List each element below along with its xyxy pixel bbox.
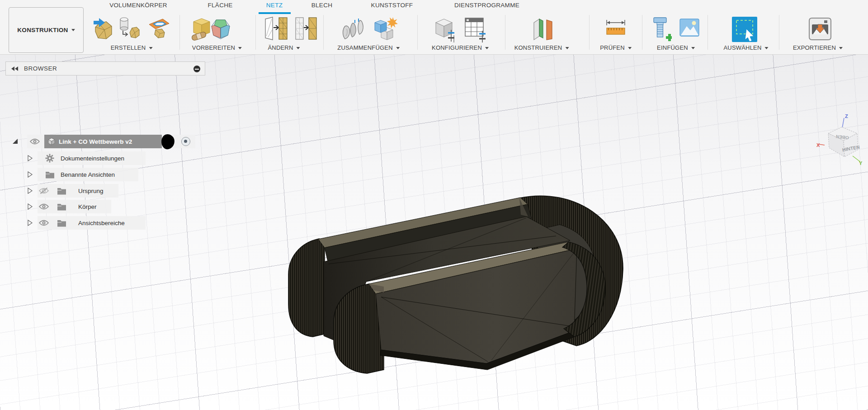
reduce-icon[interactable] xyxy=(295,16,317,41)
group-erstellen[interactable]: ERSTELLEN xyxy=(111,44,153,51)
window-select-icon[interactable] xyxy=(731,16,758,42)
minimize-panel-icon[interactable] xyxy=(193,66,200,72)
visibility-eye-icon[interactable] xyxy=(39,220,49,226)
repair-icon[interactable] xyxy=(190,16,211,42)
folder-icon xyxy=(45,171,55,179)
viewcube-axis-x: X xyxy=(816,142,820,148)
3d-print-icon[interactable] xyxy=(807,16,833,42)
configuration-table-icon[interactable] xyxy=(463,16,488,42)
browser-panel-title: BROWSER xyxy=(24,65,57,72)
viewcube-axis-z: Z xyxy=(845,113,848,119)
tree-row-bodies[interactable]: Körper xyxy=(0,200,127,213)
construction-plane-icon[interactable] xyxy=(531,16,557,42)
measure-icon[interactable] xyxy=(605,16,627,42)
insert-image-icon[interactable] xyxy=(679,16,700,39)
tab-netz[interactable]: NETZ xyxy=(266,2,283,9)
dropdown-caret-icon xyxy=(149,47,152,49)
insert-fastener-icon[interactable] xyxy=(651,16,672,42)
group-pruefen[interactable]: PRÜFEN xyxy=(600,44,632,51)
tab-dienstprogramme[interactable]: DIENSTPROGRAMME xyxy=(454,2,519,9)
tree-row-label: Ansichtsbereiche xyxy=(78,220,125,226)
dropdown-caret-icon xyxy=(396,47,400,49)
group-konfigurieren[interactable]: KONFIGURIEREN xyxy=(432,44,489,51)
viewcube[interactable]: Z X Y OBEN HINTEN xyxy=(816,112,863,165)
dropdown-caret-icon xyxy=(839,47,843,49)
root-component-name: Link + CO Wettbewerb v2 xyxy=(59,138,132,145)
workspace-switcher-label: KONSTRUKTION xyxy=(17,27,68,33)
tree-expand-closed-icon[interactable] xyxy=(27,155,33,161)
tree-row-document-settings[interactable]: Dokumenteinstellungen xyxy=(0,151,154,165)
active-tab-underline xyxy=(259,12,291,14)
tab-kunststoff[interactable]: KUNSTSTOFF xyxy=(371,2,413,9)
3d-viewport[interactable]: Z X Y OBEN HINTEN xyxy=(0,55,868,410)
fusion360-window: Z X Y OBEN HINTEN xyxy=(0,0,868,410)
group-auswaehlen[interactable]: AUSWÄHLEN xyxy=(723,44,768,51)
dropdown-caret-icon xyxy=(628,47,632,49)
visibility-eye-icon[interactable] xyxy=(39,203,49,210)
active-component-radio[interactable] xyxy=(181,137,190,146)
tree-expand-closed-icon[interactable] xyxy=(27,203,33,210)
group-exportieren[interactable]: EXPORTIEREN xyxy=(793,44,843,51)
browser-panel-header[interactable]: BROWSER xyxy=(5,61,205,75)
selected-row-highlight[interactable]: Link + CO Wettbewerb v2 xyxy=(44,135,162,148)
toolbar: VOLUMENKÖRPER FLÄCHE NETZ BLECH KUNSTSTO… xyxy=(0,0,868,55)
tab-volumenkoerper[interactable]: VOLUMENKÖRPER xyxy=(109,2,167,9)
tree-row-label: Ursprung xyxy=(78,188,104,194)
group-vorbereiten[interactable]: VORBEREITEN xyxy=(192,44,242,51)
tab-flaeche[interactable]: FLÄCHE xyxy=(208,2,232,9)
tree-row-root-component[interactable]: Link + CO Wettbewerb v2 xyxy=(0,135,208,148)
paint-mesh-groups-icon[interactable] xyxy=(211,16,231,42)
group-einfuegen[interactable]: EINFÜGEN xyxy=(657,44,695,51)
tree-row-section-views[interactable]: Ansichtsbereiche xyxy=(0,216,154,230)
tree-expand-open-icon[interactable] xyxy=(13,139,18,144)
folder-icon xyxy=(57,203,66,211)
remesh-icon[interactable] xyxy=(264,16,288,41)
dropdown-caret-icon xyxy=(71,29,75,31)
viewcube-axis-y: Y xyxy=(859,160,863,165)
tree-expand-closed-icon[interactable] xyxy=(27,188,33,194)
group-zusammenfuegen[interactable]: ZUSAMMENFÜGEN xyxy=(337,44,400,51)
gear-icon xyxy=(45,154,54,163)
insert-mesh-icon[interactable] xyxy=(93,16,113,42)
dropdown-caret-icon xyxy=(485,47,489,49)
tree-row-label: Dokumenteinstellungen xyxy=(61,155,124,162)
group-konstruieren[interactable]: KONSTRUIEREN xyxy=(514,44,569,51)
tree-expand-closed-icon[interactable] xyxy=(27,220,33,226)
folder-icon xyxy=(57,219,66,227)
tree-row-label: Benannte Ansichten xyxy=(61,171,115,178)
mesh-section-sketch-icon[interactable] xyxy=(148,16,170,42)
component-cube-icon xyxy=(47,137,56,146)
mesh-model-body[interactable] xyxy=(285,190,628,377)
tree-row-named-views[interactable]: Benannte Ansichten xyxy=(0,168,149,181)
workspace-switcher-button[interactable]: KONSTRUKTION xyxy=(9,7,84,53)
tab-blech[interactable]: BLECH xyxy=(311,2,333,9)
dropdown-caret-icon xyxy=(238,47,242,49)
visibility-eye-off-icon[interactable] xyxy=(39,187,49,194)
group-aendern[interactable]: ÄNDERN xyxy=(268,44,300,51)
merge-bodies-icon[interactable] xyxy=(341,16,368,42)
collapse-panel-icon[interactable] xyxy=(11,66,19,71)
dropdown-caret-icon xyxy=(565,47,569,49)
folder-icon xyxy=(57,187,66,195)
configure-feature-icon[interactable] xyxy=(434,16,457,42)
visibility-eye-icon[interactable] xyxy=(30,138,40,145)
tree-expand-closed-icon[interactable] xyxy=(27,171,33,178)
dropdown-caret-icon xyxy=(691,47,695,49)
dropdown-caret-icon xyxy=(765,47,769,49)
tree-row-origin[interactable]: Ursprung xyxy=(0,184,131,198)
tree-row-label: Körper xyxy=(78,203,97,210)
dropdown-caret-icon xyxy=(297,47,300,49)
tessellate-icon[interactable] xyxy=(118,16,140,42)
combine-new-icon[interactable] xyxy=(372,16,398,42)
